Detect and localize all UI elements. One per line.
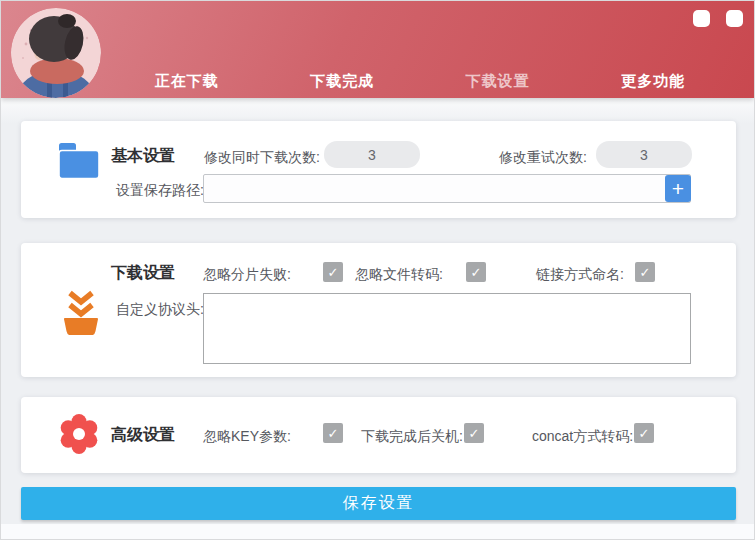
concurrent-downloads-input[interactable]	[324, 141, 420, 168]
retry-count-label: 修改重试次数:	[499, 149, 587, 167]
basic-settings-card: 基本设置 修改同时下载次数: 修改重试次数: 设置保存路径: +	[21, 121, 736, 218]
save-settings-button[interactable]: 保存设置	[21, 487, 736, 520]
check-icon: ✓	[328, 426, 339, 441]
ignore-key-param-checkbox[interactable]: ✓	[323, 423, 343, 443]
download-settings-title: 下载设置	[111, 263, 175, 284]
link-naming-label: 链接方式命名:	[536, 266, 624, 284]
check-icon: ✓	[471, 265, 482, 280]
close-button[interactable]	[726, 10, 743, 27]
concurrent-downloads-label: 修改同时下载次数:	[204, 149, 320, 167]
shutdown-after-download-label: 下载完成后关机:	[361, 428, 463, 446]
avatar-illustration	[11, 8, 101, 98]
tab-download-complete[interactable]: 下载完成	[265, 72, 421, 91]
ignore-file-transcode-checkbox[interactable]: ✓	[466, 262, 486, 282]
basic-settings-title: 基本设置	[111, 146, 175, 167]
folder-icon	[59, 143, 99, 179]
concat-transcode-label: concat方式转码:	[532, 428, 633, 446]
download-tray-icon	[59, 289, 103, 335]
ignore-fragment-fail-checkbox[interactable]: ✓	[323, 262, 343, 282]
browse-path-button[interactable]: +	[665, 175, 691, 202]
ignore-fragment-fail-label: 忽略分片失败:	[203, 266, 291, 284]
nav-tabs: 正在下载 下载完成 下载设置 更多功能	[109, 72, 731, 91]
tab-download-settings[interactable]: 下载设置	[420, 72, 576, 91]
custom-protocol-header-textarea[interactable]	[203, 293, 691, 364]
ignore-file-transcode-label: 忽略文件转码:	[355, 266, 443, 284]
app-window: 正在下载 下载完成 下载设置 更多功能 基本设置 修改同时下载次数: 修改重试次…	[0, 0, 755, 540]
minimize-button[interactable]	[693, 10, 710, 27]
retry-count-input[interactable]	[596, 141, 692, 168]
check-icon: ✓	[639, 426, 650, 441]
gear-flower-icon	[59, 414, 99, 454]
check-icon: ✓	[469, 426, 480, 441]
ignore-key-param-label: 忽略KEY参数:	[203, 428, 291, 446]
advanced-settings-title: 高级设置	[111, 425, 175, 446]
avatar	[11, 8, 101, 98]
window-controls	[693, 10, 743, 27]
concat-transcode-checkbox[interactable]: ✓	[634, 423, 654, 443]
save-path-input[interactable]	[203, 174, 691, 203]
tab-downloading[interactable]: 正在下载	[109, 72, 265, 91]
check-icon: ✓	[640, 265, 651, 280]
shutdown-after-download-checkbox[interactable]: ✓	[464, 423, 484, 443]
footer-strip	[1, 524, 755, 540]
custom-protocol-header-label: 自定义协议头:	[116, 301, 204, 319]
advanced-settings-card: 高级设置 忽略KEY参数: ✓ 下载完成后关机: ✓ concat方式转码: ✓	[21, 397, 736, 473]
download-settings-card: 下载设置 忽略分片失败: ✓ 忽略文件转码: ✓ 链接方式命名: ✓ 自定义协议…	[21, 243, 736, 377]
tab-more-features[interactable]: 更多功能	[576, 72, 732, 91]
header: 正在下载 下载完成 下载设置 更多功能	[1, 1, 754, 98]
content-area: 基本设置 修改同时下载次数: 修改重试次数: 设置保存路径: + 下载设置 忽略…	[1, 98, 755, 540]
save-path-label: 设置保存路径:	[116, 182, 204, 200]
link-naming-checkbox[interactable]: ✓	[635, 262, 655, 282]
check-icon: ✓	[328, 265, 339, 280]
